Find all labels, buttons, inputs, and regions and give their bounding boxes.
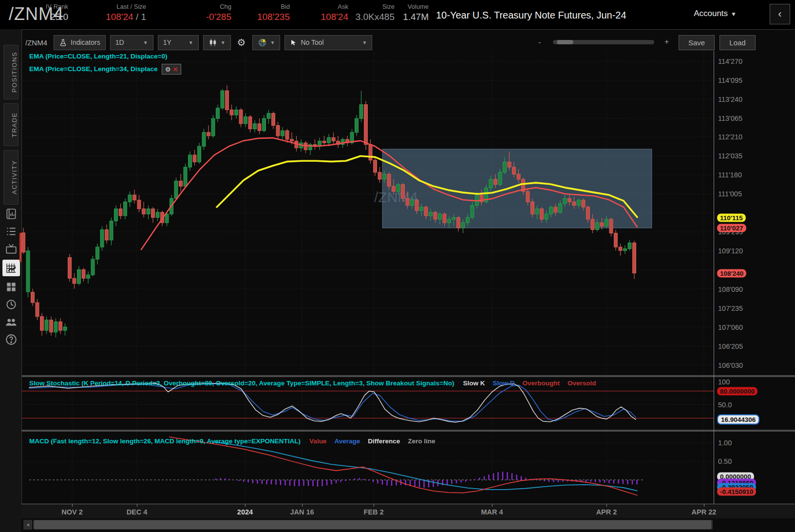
axis-value-badge: 110'027 bbox=[717, 224, 746, 232]
axis-value-badge: 80.0000000 bbox=[717, 387, 757, 396]
legend-item: Average bbox=[334, 437, 360, 445]
axis-tick-label: 109'120 bbox=[718, 247, 743, 255]
legend-item: Overbought bbox=[522, 380, 560, 387]
axis-tick-label: 112'210 bbox=[718, 133, 742, 141]
axis-tick-label: 107'235 bbox=[718, 304, 743, 312]
axis-tick-label: 0.50 bbox=[718, 457, 732, 465]
legend-item: Zero line bbox=[408, 437, 435, 445]
chart-scroll-row: ◂ bbox=[21, 518, 795, 532]
legend-item: Slow D bbox=[492, 380, 514, 387]
axis-value-badge: -0.4150910 bbox=[717, 488, 756, 496]
axis-value-badge: 110'115 bbox=[717, 214, 746, 222]
time-tick-label: MAR 4 bbox=[481, 508, 503, 516]
legend-item: Value bbox=[309, 437, 326, 445]
time-tick bbox=[302, 504, 303, 507]
app-window: /ZNM4 IV Rank25.0Last / Size108'24 / 1Ch… bbox=[0, 0, 795, 532]
axis-tick-label: 107'060 bbox=[718, 323, 743, 331]
time-tick bbox=[72, 504, 73, 507]
stochastic-header: Slow Stochastic (K Period=14, D Period=3… bbox=[29, 380, 596, 387]
legend-item: Difference bbox=[368, 437, 400, 445]
axis-tick-label: 112'035 bbox=[718, 152, 742, 160]
study-settings-gear-icon[interactable]: ⚙ bbox=[165, 66, 171, 73]
axis-tick-label: 106'030 bbox=[718, 361, 743, 369]
axis-tick-label: 100 bbox=[718, 378, 730, 386]
ema21-study-label: EMA (Price=CLOSE, Length=21, Displace=0) bbox=[29, 53, 167, 60]
time-tick-label: JAN 16 bbox=[290, 508, 314, 516]
scroll-left-button[interactable]: ◂ bbox=[23, 520, 32, 530]
axis-tick-label: 113'240 bbox=[718, 95, 742, 103]
time-tick bbox=[606, 504, 607, 507]
price-chart[interactable]: /ZNM4 bbox=[0, 0, 795, 532]
stochastic-study-label: Slow Stochastic (K Period=14, D Period=3… bbox=[29, 380, 454, 387]
axis-value-badge: 16.9044306 bbox=[717, 415, 759, 425]
time-tick-label: APR 22 bbox=[692, 508, 717, 516]
stochastic-legend: Slow KSlow DOverboughtOversold bbox=[463, 380, 596, 387]
time-axis[interactable]: NOV 2DEC 42024JAN 16FEB 2MAR 4APR 2APR 2… bbox=[21, 504, 795, 518]
axis-tick-label: 111'005 bbox=[718, 190, 742, 198]
axis-tick-label: 1.00 bbox=[718, 439, 732, 447]
macd-legend: ValueAverageDifferenceZero line bbox=[309, 437, 435, 445]
time-tick bbox=[137, 504, 137, 507]
time-tick bbox=[374, 504, 374, 507]
time-tick-label: NOV 2 bbox=[61, 508, 83, 516]
time-tick-label: APR 2 bbox=[596, 508, 617, 516]
axis-tick-label: 113'065 bbox=[718, 114, 742, 122]
time-tick-label: DEC 4 bbox=[127, 508, 148, 516]
study-edit-controls: ⚙ ✕ bbox=[162, 64, 181, 75]
axis-tick-label: 106'205 bbox=[718, 342, 743, 350]
axis-value-badge: 108'240 bbox=[717, 269, 746, 278]
price-axis[interactable]: 114'270114'095113'240113'065112'210112'0… bbox=[714, 51, 795, 504]
legend-item: Oversold bbox=[568, 380, 596, 387]
legend-item: Slow K bbox=[463, 380, 485, 387]
macd-header: MACD (Fast length=12, Slow length=26, MA… bbox=[29, 437, 435, 445]
time-tick bbox=[492, 504, 492, 507]
axis-tick-label: 114'270 bbox=[718, 57, 742, 65]
axis-tick-label: 111'180 bbox=[718, 171, 742, 179]
time-tick-label: FEB 2 bbox=[363, 508, 383, 516]
horizontal-scrollbar[interactable] bbox=[33, 520, 713, 530]
axis-tick-label: 50.0 bbox=[718, 401, 732, 409]
time-tick bbox=[704, 504, 704, 507]
study-remove-icon[interactable]: ✕ bbox=[172, 66, 178, 73]
axis-tick-label: 114'095 bbox=[718, 76, 742, 84]
scrollbar-thumb[interactable] bbox=[34, 520, 711, 529]
time-tick bbox=[245, 504, 246, 507]
time-tick-label: 2024 bbox=[237, 508, 253, 516]
macd-study-label: MACD (Fast length=12, Slow length=26, MA… bbox=[29, 437, 301, 445]
axis-tick-label: 108'090 bbox=[718, 285, 743, 293]
ema34-study-label: EMA (Price=CLOSE, Length=34, Displace bbox=[29, 65, 158, 73]
